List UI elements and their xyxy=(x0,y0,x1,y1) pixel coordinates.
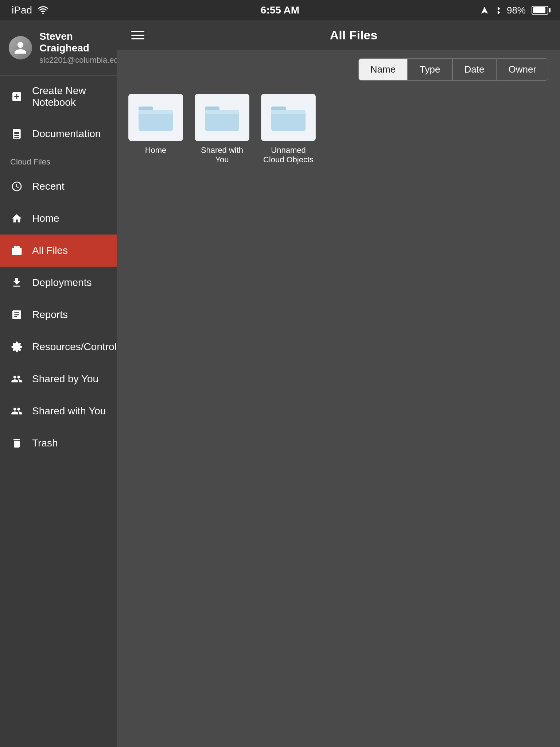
sidebar-item-trash[interactable]: Trash xyxy=(0,427,117,459)
sidebar-item-label: Shared by You xyxy=(32,373,98,385)
users-icon xyxy=(10,405,23,418)
folder-shared-with-you[interactable]: Shared with You xyxy=(195,94,249,165)
folder-label-unnamed: Unnamed Cloud Objects xyxy=(261,146,316,165)
sidebar-item-label: Documentation xyxy=(32,128,101,140)
sidebar-item-home[interactable]: Home xyxy=(0,202,117,235)
share-icon xyxy=(10,372,23,386)
download-icon xyxy=(10,276,23,289)
folder-icon-home xyxy=(128,94,183,141)
folder-icon-shared xyxy=(195,94,249,141)
sort-tab-type[interactable]: Type xyxy=(408,58,452,81)
home-icon xyxy=(10,212,23,225)
sort-bar: Name Type Date Owner xyxy=(117,50,560,86)
folder-label-home: Home xyxy=(145,146,167,155)
folder-home[interactable]: Home xyxy=(128,94,183,155)
sidebar-item-label: Trash xyxy=(32,437,58,449)
chart-icon xyxy=(10,308,23,321)
user-name: Steven Craighead xyxy=(39,31,117,54)
main-layout: Steven Craighead slc2201@columbia.edu Cr… xyxy=(0,20,560,747)
hamburger-line-2 xyxy=(131,35,144,36)
cloud-files-label: Cloud Files xyxy=(0,150,117,170)
battery-icon xyxy=(532,6,548,15)
device-label: iPad xyxy=(12,4,32,16)
sidebar-item-reports[interactable]: Reports xyxy=(0,299,117,331)
folder-label-shared: Shared with You xyxy=(195,146,249,165)
status-bar: iPad 6:55 AM 98% xyxy=(0,0,560,20)
top-bar: All Files xyxy=(117,20,560,50)
status-left: iPad xyxy=(12,4,48,16)
sidebar-item-label: Resources/Controllers xyxy=(32,341,117,353)
hamburger-line-1 xyxy=(131,31,144,32)
sort-tab-name[interactable]: Name xyxy=(358,58,408,81)
hamburger-line-3 xyxy=(131,38,144,39)
user-email: slc2201@columbia.edu xyxy=(39,55,117,65)
sort-tab-owner[interactable]: Owner xyxy=(496,58,548,81)
folder-icon-unnamed xyxy=(261,94,316,141)
sidebar-item-all-files[interactable]: All Files xyxy=(0,235,117,267)
sidebar-item-label: Reports xyxy=(32,309,68,321)
sidebar-item-label: Deployments xyxy=(32,277,92,289)
user-info: Steven Craighead slc2201@columbia.edu xyxy=(39,31,117,65)
sort-tab-date[interactable]: Date xyxy=(452,58,497,81)
status-right: 98% xyxy=(481,5,548,16)
user-profile[interactable]: Steven Craighead slc2201@columbia.edu xyxy=(0,20,117,76)
person-icon xyxy=(13,40,28,55)
svg-rect-9 xyxy=(271,110,306,114)
settings-icon xyxy=(10,340,23,353)
folder-svg xyxy=(268,101,308,134)
clock-icon xyxy=(10,180,23,193)
svg-rect-6 xyxy=(205,110,239,114)
trash-icon xyxy=(10,437,23,450)
hamburger-button[interactable] xyxy=(128,28,147,42)
sidebar-item-label: Recent xyxy=(32,181,65,192)
folder-svg xyxy=(136,101,176,134)
bluetooth-icon xyxy=(494,6,501,15)
sidebar-item-label: Home xyxy=(32,213,59,224)
sidebar-item-shared-with-you[interactable]: Shared with You xyxy=(0,395,117,427)
files-icon xyxy=(10,244,23,257)
plus-square-icon xyxy=(10,90,23,103)
sidebar: Steven Craighead slc2201@columbia.edu Cr… xyxy=(0,20,117,747)
sidebar-item-label: Shared with You xyxy=(32,405,106,417)
folder-svg xyxy=(202,101,242,134)
content-area: All Files Name Type Date Owner xyxy=(117,20,560,747)
sidebar-item-resources[interactable]: Resources/Controllers xyxy=(0,331,117,363)
sidebar-item-label: All Files xyxy=(32,245,68,256)
sidebar-item-documentation[interactable]: Documentation xyxy=(0,118,117,150)
battery-percent: 98% xyxy=(507,5,526,16)
book-icon xyxy=(10,127,23,140)
sidebar-item-label: Create New Notebook xyxy=(32,85,106,108)
sidebar-item-shared-by-you[interactable]: Shared by You xyxy=(0,363,117,395)
svg-rect-3 xyxy=(139,110,173,114)
sidebar-item-deployments[interactable]: Deployments xyxy=(0,267,117,299)
status-time: 6:55 AM xyxy=(261,4,299,16)
files-grid: Home Shared with You xyxy=(117,86,560,172)
folder-unnamed-cloud[interactable]: Unnamed Cloud Objects xyxy=(261,94,316,165)
location-icon xyxy=(481,6,489,14)
page-title: All Files xyxy=(159,28,548,42)
avatar xyxy=(9,36,32,59)
sidebar-item-recent[interactable]: Recent xyxy=(0,170,117,202)
sidebar-item-create-notebook[interactable]: Create New Notebook xyxy=(0,76,117,118)
wifi-icon xyxy=(38,6,48,14)
